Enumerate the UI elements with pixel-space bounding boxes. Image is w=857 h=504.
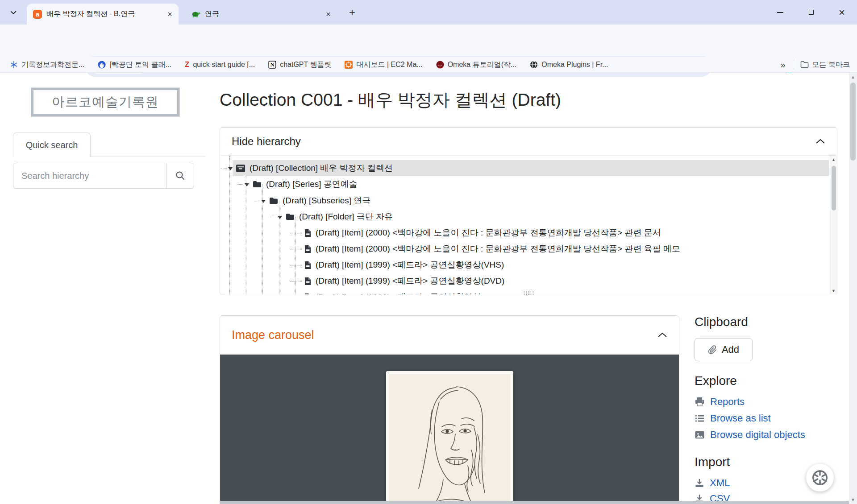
- tree-item-record[interactable]: (Draft) [Item] (2000) <백마강에 노을이 진다 : 문화관…: [220, 225, 829, 241]
- tree-item-folder[interactable]: (Draft) [Folder] 극단 자유: [220, 209, 829, 225]
- tree-item-label: (Draft) [Item] (1999) <페드라> 공연실황영상(VHS): [316, 259, 504, 271]
- file-icon: [304, 293, 311, 295]
- bookmark-label: quick start guide [...: [193, 61, 255, 69]
- file-icon: [304, 245, 311, 253]
- tree-item-subseries[interactable]: (Draft) [Subseries] 연극: [220, 193, 829, 209]
- download-icon: [695, 478, 704, 488]
- tab-quick-search[interactable]: Quick search: [13, 132, 91, 157]
- folder-icon: [800, 61, 809, 68]
- new-tab-button[interactable]: +: [349, 6, 355, 19]
- tree-item-label: (Draft) [Series] 공연예술: [266, 178, 358, 190]
- tree-guide: [254, 201, 260, 201]
- browse-as-list-link[interactable]: Browse as list: [695, 413, 771, 424]
- bookmark-item[interactable]: Z quick start guide [...: [185, 60, 255, 69]
- expand-caret-icon[interactable]: [228, 167, 233, 170]
- bookmark-label: [빡공단 토익 클래...: [109, 60, 171, 70]
- tree-item-label: (Draft) [Item] (1999) <페드라> 공연실황영상(DVD): [316, 275, 504, 287]
- clipboard-add-button[interactable]: Add: [695, 338, 753, 361]
- expand-caret-icon[interactable]: [278, 216, 282, 219]
- tab-close-icon[interactable]: ×: [326, 10, 331, 18]
- tree-guide: [290, 281, 302, 281]
- page-scrollbar-thumb[interactable]: [850, 83, 856, 161]
- bookmark-item[interactable]: [빡공단 토익 클래...: [98, 60, 171, 70]
- portrait-sketch: [389, 374, 510, 504]
- flower-favicon: [10, 61, 18, 69]
- tree-item-record[interactable]: (Draft) [Item] (1999) <페드라> 공연실황영상(DVD): [220, 273, 829, 289]
- tree-item-record[interactable]: (Draft) [Item] (1999) <페드라> 공연실황영상(VHS): [220, 257, 829, 273]
- atom-favicon: a: [33, 10, 42, 19]
- bookmarks-overflow-chevron[interactable]: »: [780, 60, 785, 70]
- paperclip-icon: [708, 345, 717, 355]
- bookmark-item[interactable]: 대시보드 | EC2 Ma...: [345, 60, 422, 70]
- carousel-toggle[interactable]: Image carousel: [220, 316, 679, 355]
- tree-resize-grip[interactable]: [523, 291, 534, 296]
- tree-scrollbar[interactable]: ▲ ▼: [830, 156, 837, 294]
- bookmark-label: chatGPT 템플릿: [280, 60, 331, 70]
- page-scrollbar[interactable]: ▲ ▼: [849, 73, 857, 504]
- bookmark-label: Omeka 튜토리얼(작...: [448, 60, 517, 70]
- hierarchy-toggle-label: Hide hierarchy: [232, 135, 301, 148]
- folder-icon: [286, 213, 295, 220]
- tree-guide: [290, 249, 302, 249]
- tab-search-button[interactable]: [6, 5, 21, 20]
- browser-tab-active[interactable]: a 배우 박정자 컬렉션 - B.연극 ×: [27, 4, 179, 25]
- quick-search-tab-label: Quick search: [26, 140, 78, 150]
- browse-digital-objects-link[interactable]: Browse digital objects: [695, 429, 805, 441]
- file-icon: [304, 229, 311, 237]
- bookmark-label: 기록정보과학전문...: [21, 60, 84, 70]
- browse-as-list-label: Browse as list: [710, 413, 771, 424]
- all-bookmarks-label: 모든 북마크: [812, 60, 850, 70]
- archive-box-icon: [236, 165, 245, 172]
- carousel-title: Image carousel: [232, 328, 314, 342]
- tree-item-label: (Draft) [Item] (2000) <백마강에 노을이 진다 : 문화관…: [316, 243, 680, 255]
- import-xml-link[interactable]: XML: [695, 477, 730, 489]
- tree-item-label: (Draft) [Item] (2000) <백마강에 노을이 진다 : 문화관…: [316, 227, 661, 239]
- tree-guide: [290, 265, 302, 265]
- scroll-up-icon[interactable]: ▲: [851, 74, 855, 79]
- browser-tab-inactive[interactable]: 연극 ×: [185, 4, 337, 25]
- tree-item-series[interactable]: (Draft) [Series] 공연예술: [220, 176, 829, 192]
- site-logo-text: 아르코예술기록원: [52, 93, 159, 111]
- tree-scrollbar-thumb[interactable]: [832, 166, 836, 211]
- carousel-viewport[interactable]: [220, 355, 679, 504]
- expand-caret-icon[interactable]: [261, 200, 266, 203]
- bookmark-item[interactable]: Omeka 튜토리얼(작...: [436, 60, 517, 70]
- browser-toolbar: ← → 주의 요함 54.87.202.137/index.php/1 GA ☆…: [0, 25, 857, 57]
- scroll-up-icon[interactable]: ▲: [832, 157, 836, 162]
- hierarchy-toggle[interactable]: Hide hierarchy: [220, 128, 837, 156]
- chatgpt-extension-button[interactable]: [806, 464, 834, 492]
- reports-link[interactable]: Reports: [695, 396, 745, 408]
- bookmark-item[interactable]: N chatGPT 템플릿: [268, 60, 331, 70]
- scroll-down-icon[interactable]: ▼: [832, 289, 836, 293]
- import-heading: Import: [695, 455, 730, 469]
- chevron-down-icon: [10, 11, 17, 14]
- expand-caret-icon[interactable]: [245, 183, 249, 186]
- tree-item-label: (Draft) [Item] (1999) <페드라> 공연실황영상: [316, 291, 481, 294]
- search-input[interactable]: [13, 163, 166, 188]
- tree-item-label: (Draft) [Subseries] 연극: [283, 195, 370, 207]
- all-bookmarks-button[interactable]: 모든 북마크: [800, 60, 850, 70]
- horizontal-scrollbar[interactable]: [220, 501, 857, 504]
- tab-close-icon[interactable]: ×: [167, 10, 172, 18]
- site-logo[interactable]: 아르코예술기록원: [31, 88, 179, 116]
- window-maximize-button[interactable]: [797, 0, 825, 25]
- clipboard-heading: Clipboard: [695, 315, 748, 329]
- bookmark-item[interactable]: Omeka Plugins | Fr...: [530, 61, 608, 69]
- window-minimize-button[interactable]: [766, 0, 794, 25]
- bookmarks-bar: 기록정보과학전문... [빡공단 토익 클래... Z quick start …: [0, 57, 857, 73]
- scroll-down-icon[interactable]: ▼: [851, 497, 855, 502]
- search-icon: [175, 170, 186, 181]
- search-button[interactable]: [166, 163, 194, 188]
- bookmarks-separator: [793, 60, 793, 70]
- tree-item-record[interactable]: (Draft) [Item] (2000) <백마강에 노을이 진다 : 문화관…: [220, 241, 829, 257]
- window-close-button[interactable]: ×: [828, 0, 856, 25]
- digital-object-image[interactable]: [386, 371, 513, 504]
- bookmark-label: 대시보드 | EC2 Ma...: [356, 60, 422, 70]
- page-title: Collection C001 - 배우 박정자 컬렉션 (Draft): [220, 88, 561, 112]
- bookmark-item[interactable]: 기록정보과학전문...: [10, 60, 84, 70]
- tree-item-label: (Draft) [Collection] 배우 박정자 컬렉션: [250, 162, 393, 174]
- penguin-favicon: [98, 61, 106, 69]
- browse-digital-objects-label: Browse digital objects: [710, 429, 805, 441]
- notion-favicon: N: [268, 61, 276, 69]
- tree-item-collection[interactable]: (Draft) [Collection] 배우 박정자 컬렉션: [220, 160, 829, 176]
